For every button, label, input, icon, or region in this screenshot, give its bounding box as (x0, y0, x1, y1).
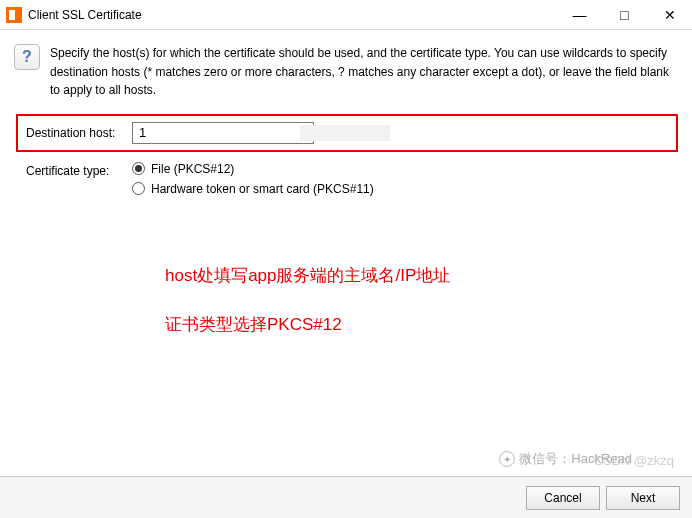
radio-icon (132, 162, 145, 175)
csdn-watermark: CSDN @zkzq (594, 453, 674, 468)
radio-hardware-pkcs11[interactable]: Hardware token or smart card (PKCS#11) (132, 182, 374, 196)
close-button[interactable]: ✕ (647, 0, 692, 29)
maximize-button[interactable]: □ (602, 0, 647, 29)
annotation-line-1: host处填写app服务端的主域名/IP地址 (165, 262, 450, 289)
annotation-line-2: 证书类型选择PKCS#12 (165, 311, 450, 338)
window-titlebar: Client SSL Certificate — □ ✕ (0, 0, 692, 30)
destination-host-input[interactable] (132, 122, 314, 144)
destination-host-label: Destination host: (26, 126, 126, 140)
certificate-type-radio-group: File (PKCS#12) Hardware token or smart c… (132, 162, 374, 196)
destination-host-row: Destination host: (16, 114, 678, 152)
radio-file-pkcs12[interactable]: File (PKCS#12) (132, 162, 374, 176)
app-icon (6, 7, 22, 23)
dialog-content: ? Specify the host(s) for which the cert… (0, 30, 692, 210)
next-button[interactable]: Next (606, 486, 680, 510)
window-title: Client SSL Certificate (28, 8, 557, 22)
wechat-icon: ✦ (499, 451, 515, 467)
minimize-button[interactable]: — (557, 0, 602, 29)
help-icon: ? (14, 44, 40, 70)
certificate-type-row: Certificate type: File (PKCS#12) Hardwar… (16, 160, 678, 198)
description-text: Specify the host(s) for which the certif… (50, 42, 678, 100)
form-section: Destination host: Certificate type: File… (16, 114, 678, 198)
radio-file-label: File (PKCS#12) (151, 162, 234, 176)
dialog-footer: Cancel Next (0, 476, 692, 518)
window-control-buttons: — □ ✕ (557, 0, 692, 29)
description-row: ? Specify the host(s) for which the cert… (14, 42, 678, 100)
radio-hardware-label: Hardware token or smart card (PKCS#11) (151, 182, 374, 196)
cancel-button[interactable]: Cancel (526, 486, 600, 510)
radio-icon (132, 182, 145, 195)
annotation-overlay: host处填写app服务端的主域名/IP地址 证书类型选择PKCS#12 (165, 262, 450, 360)
certificate-type-label: Certificate type: (26, 162, 126, 178)
